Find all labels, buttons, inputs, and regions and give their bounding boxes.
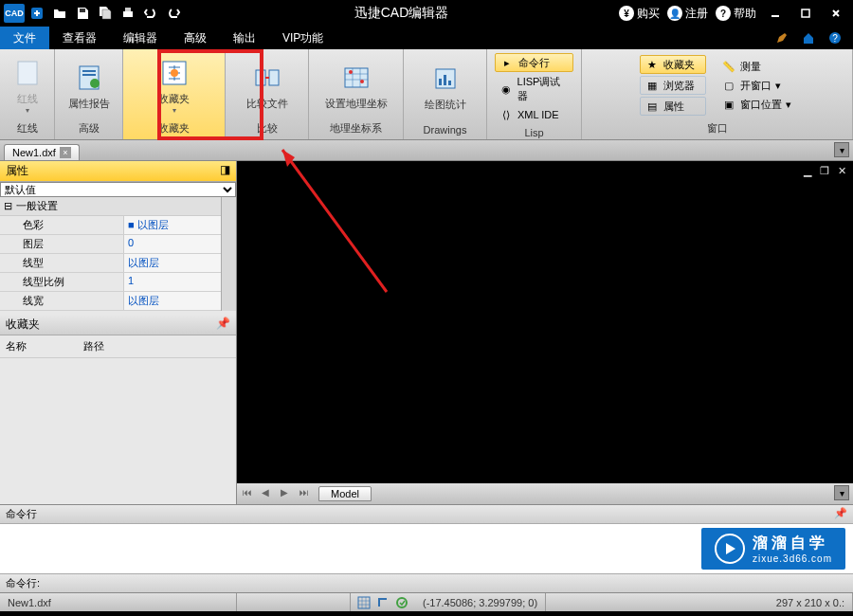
tab-chevron-button[interactable]: ▾	[834, 142, 849, 157]
svg-rect-10	[82, 74, 96, 76]
info-icon[interactable]: ?	[825, 27, 845, 48]
file-tab-label: New1.dxf	[12, 147, 56, 158]
file-tab[interactable]: New1.dxf ×	[4, 144, 80, 160]
compare-button[interactable]: 比较文件	[239, 57, 296, 115]
file-tab-strip: New1.dxf × ▾	[0, 140, 853, 161]
lisp-icon: ◉	[499, 82, 514, 97]
open-icon[interactable]	[49, 3, 70, 24]
new-icon[interactable]	[27, 3, 47, 24]
menubar: 文件 查看器 编辑器 高级 输出 VIP功能 ?	[0, 27, 853, 49]
window-position-button[interactable]: ▣窗口位置 ▾	[717, 96, 795, 113]
svg-rect-9	[82, 70, 96, 72]
drawing-canvas[interactable]: ▁ ❐ ✕ ⏮ ◀ ▶ ⏭ Model ▾	[237, 161, 853, 504]
measure-button[interactable]: 📏测量	[717, 58, 795, 75]
pin-icon[interactable]: 📌	[834, 507, 847, 521]
ortho-icon[interactable]	[375, 595, 390, 610]
snap-icon[interactable]	[394, 595, 409, 610]
print-icon[interactable]	[118, 3, 138, 24]
maximize-button[interactable]	[794, 4, 817, 23]
command-header: 命令行📌	[0, 505, 853, 524]
group-label: 地理坐标系	[313, 119, 399, 137]
redo-icon[interactable]	[163, 3, 184, 24]
cmd-icon: ▸	[499, 55, 515, 70]
lisp-debugger-button[interactable]: ◉LISP调试器	[495, 74, 573, 104]
canvas-restore-icon[interactable]: ❐	[817, 164, 832, 177]
model-tab[interactable]: Model	[318, 486, 372, 501]
menu-viewer[interactable]: 查看器	[49, 27, 110, 49]
home-icon[interactable]	[798, 27, 819, 48]
compare-icon	[250, 61, 284, 95]
svg-rect-15	[269, 70, 279, 85]
prop-icon: ▤	[644, 99, 660, 114]
canvas-close-icon[interactable]: ✕	[834, 164, 849, 177]
status-paper: 297 x 210 x 0.:	[769, 593, 853, 611]
svg-rect-1	[80, 9, 85, 12]
xml-ide-button[interactable]: ⟨⟩XML IDE	[495, 106, 573, 123]
col-name: 名称	[6, 339, 27, 353]
svg-rect-7	[18, 62, 37, 84]
menu-editor[interactable]: 编辑器	[110, 27, 171, 49]
property-report-button[interactable]: 属性报告	[61, 57, 118, 115]
favorites-icon	[157, 56, 191, 90]
geo-coord-button[interactable]: 设置地理坐标	[318, 57, 395, 115]
tab-next-icon[interactable]: ▶	[281, 487, 294, 500]
default-combo[interactable]: 默认值	[0, 182, 236, 197]
save-all-icon[interactable]	[95, 3, 116, 24]
undo-icon[interactable]	[140, 3, 161, 24]
svg-point-17	[349, 70, 353, 74]
prop-row[interactable]: 图层0	[0, 235, 221, 254]
group-label: 比较	[229, 119, 304, 137]
cmdline-button[interactable]: ▸命令行	[495, 53, 573, 72]
fav-icon: ★	[644, 57, 660, 72]
register-button[interactable]: 👤注册	[667, 6, 708, 22]
command-output: 溜溜自学zixue.3d66.com	[0, 524, 853, 573]
property-grid: 色彩■ 以图层 图层0 线型以图层 线型比例1 线宽以图层	[0, 216, 221, 311]
menu-output[interactable]: 输出	[220, 27, 269, 49]
prop-row[interactable]: 线型比例1	[0, 273, 221, 292]
play-icon	[715, 534, 745, 564]
save-icon[interactable]	[72, 3, 93, 24]
model-chevron-button[interactable]: ▾	[834, 485, 849, 500]
status-coords: (-17.45086; 3.299799; 0)	[415, 593, 546, 611]
redline-button: 红线▾	[3, 52, 52, 118]
favorites-small-button[interactable]: ★收藏夹	[640, 55, 706, 74]
open-window-button[interactable]: ▢开窗口 ▾	[717, 77, 795, 94]
buy-button[interactable]: ¥购买	[619, 6, 660, 22]
scrollbar[interactable]	[221, 197, 236, 311]
group-label: 窗口	[586, 119, 848, 137]
pin-icon[interactable]: 📌	[216, 317, 230, 333]
close-button[interactable]	[825, 4, 847, 23]
tab-last-icon[interactable]: ⏭	[299, 487, 313, 500]
svg-marker-25	[726, 543, 735, 554]
drawing-stats-button[interactable]: 绘图统计	[417, 58, 474, 116]
favorites-button[interactable]: 收藏夹▾	[150, 52, 199, 118]
prop-row[interactable]: 线宽以图层	[0, 292, 221, 311]
browser-button[interactable]: ▦浏览器	[640, 76, 706, 95]
pin-icon[interactable]: ◨	[220, 163, 230, 179]
svg-rect-3	[125, 8, 131, 11]
svg-rect-26	[358, 597, 370, 608]
prop-row[interactable]: 线型以图层	[0, 254, 221, 273]
prop-group-header[interactable]: ⊟一般设置	[0, 197, 221, 216]
help-button[interactable]: ?帮助	[716, 6, 756, 22]
svg-rect-22	[448, 81, 451, 85]
menu-vip[interactable]: VIP功能	[269, 27, 336, 49]
minimize-button[interactable]	[764, 4, 787, 23]
pencil-icon[interactable]	[771, 27, 792, 48]
svg-text:?: ?	[832, 33, 838, 44]
close-tab-icon[interactable]: ×	[60, 147, 71, 158]
statusbar: New1.dxf (-17.45086; 3.299799; 0) 297 x …	[0, 592, 853, 611]
prop-row[interactable]: 色彩■ 以图层	[0, 216, 221, 235]
tab-first-icon[interactable]: ⏮	[243, 487, 256, 500]
command-input[interactable]: 命令行:	[0, 573, 853, 592]
grid-icon[interactable]	[356, 595, 372, 610]
canvas-min-icon[interactable]: ▁	[800, 164, 815, 177]
menu-file[interactable]: 文件	[0, 27, 49, 49]
browser-icon: ▦	[644, 78, 660, 93]
properties-button[interactable]: ▤属性	[640, 97, 706, 116]
svg-point-27	[397, 598, 407, 607]
menu-advanced[interactable]: 高级	[171, 27, 220, 49]
svg-point-11	[90, 79, 100, 88]
ribbon: 红线▾ 红线 属性报告 高级 收藏夹▾ 收藏夹 比较文件 比较 设置地理坐标 地…	[0, 49, 853, 140]
tab-prev-icon[interactable]: ◀	[262, 487, 275, 500]
